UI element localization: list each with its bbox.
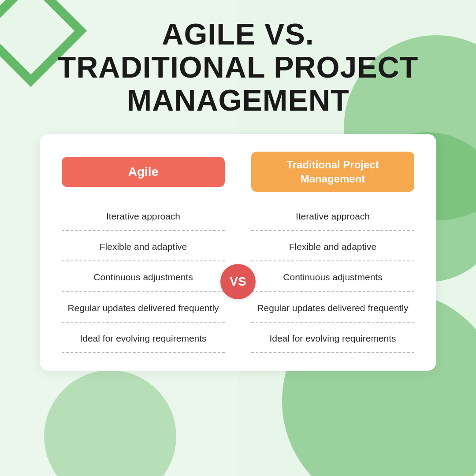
- headers-row: Agile Traditional Project Management: [62, 152, 414, 191]
- traditional-header-line1: Traditional Project: [286, 159, 379, 171]
- main-content: AGILE VS. TRADITIONAL PROJECT MANAGEMENT…: [0, 0, 476, 371]
- agile-feature-2: Flexible and adaptive: [62, 231, 225, 261]
- agile-header: Agile: [62, 157, 225, 187]
- title-line2: TRADITIONAL PROJECT: [58, 50, 419, 84]
- title-line1: AGILE VS.: [162, 17, 314, 51]
- traditional-feature-4: Regular updates delivered frequently: [251, 292, 414, 323]
- agile-feature-1: Iterative approach: [62, 201, 225, 231]
- agile-column: Iterative approach Flexible and adaptive…: [62, 201, 225, 353]
- comparison-card: Agile Traditional Project Management VS …: [40, 134, 436, 371]
- traditional-feature-2: Flexible and adaptive: [251, 231, 414, 261]
- traditional-header-line2: Management: [301, 173, 365, 185]
- traditional-column: Iterative approach Flexible and adaptive…: [251, 201, 414, 353]
- agile-feature-5: Ideal for evolving requirements: [62, 323, 225, 353]
- title-line3: MANAGEMENT: [127, 83, 350, 117]
- agile-feature-4: Regular updates delivered frequently: [62, 292, 225, 323]
- traditional-feature-3: Continuous adjustments: [251, 261, 414, 292]
- page-title: AGILE VS. TRADITIONAL PROJECT MANAGEMENT: [58, 18, 419, 116]
- vs-badge: VS: [220, 264, 256, 299]
- agile-feature-3: Continuous adjustments: [62, 261, 225, 292]
- traditional-feature-1: Iterative approach: [251, 201, 414, 231]
- traditional-header: Traditional Project Management: [251, 152, 414, 191]
- traditional-feature-5: Ideal for evolving requirements: [251, 323, 414, 353]
